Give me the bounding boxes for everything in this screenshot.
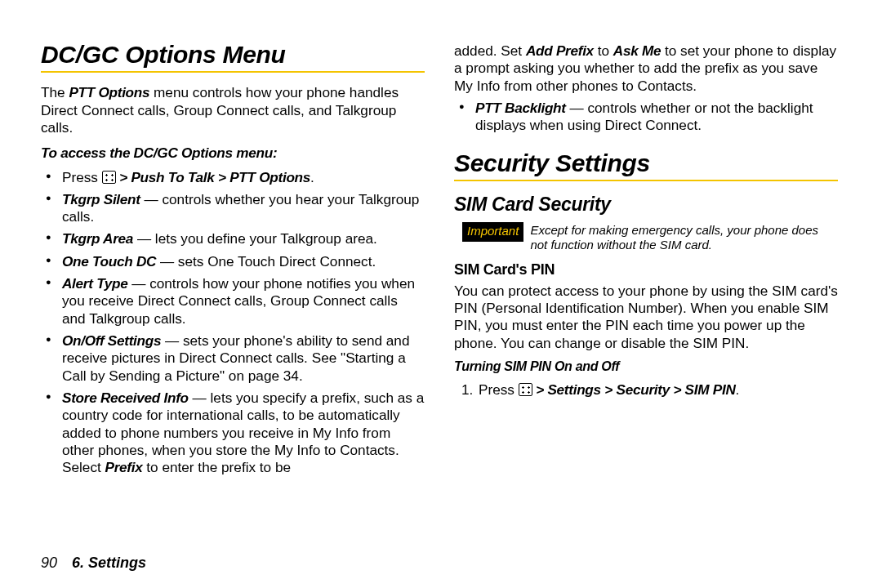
list-item: Alert Type — controls how your phone not… — [41, 275, 425, 327]
apps-key-icon — [519, 383, 532, 396]
heading-dcgc: DC/GC Options Menu — [41, 39, 425, 73]
steps-list: Press > Settings > Security > SIM PIN. — [454, 381, 838, 399]
cont-c: to — [594, 42, 613, 59]
access-heading: To access the DC/GC Options menu: — [41, 145, 425, 162]
list-item: Tkgrp Silent — controls whether you hear… — [41, 191, 425, 226]
list-item-store: Store Received Info — lets you specify a… — [41, 390, 425, 477]
continuation-paragraph: added. Set Add Prefix to Ask Me to set y… — [454, 42, 838, 95]
item-title: Tkgrp Silent — [62, 191, 140, 207]
item-title: Tkgrp Area — [62, 230, 133, 247]
item-title: On/Off Settings — [62, 332, 161, 349]
important-note: Important Except for making emergency ca… — [462, 222, 838, 252]
list-item: One Touch DC — sets One Touch Direct Con… — [41, 253, 425, 270]
ptt-title: PTT Backlight — [475, 100, 566, 116]
cont-addprefix: Add Prefix — [526, 42, 594, 59]
page-number: 90 — [41, 555, 57, 571]
page-footer: 906. Settings — [41, 555, 146, 572]
item-desc-c: to enter the prefix to be — [143, 459, 292, 475]
important-label: Important — [462, 222, 523, 242]
heading-security: Security Settings — [454, 148, 838, 181]
item-title: Alert Type — [62, 275, 127, 292]
item-prefix-word: Prefix — [105, 459, 143, 475]
simpin-paragraph: You can protect access to your phone by … — [454, 283, 838, 352]
cont-a: added. Set — [454, 42, 526, 59]
list-item: On/Off Settings — sets your phone's abil… — [41, 332, 425, 385]
item-desc: — sets One Touch Direct Connect. — [156, 253, 376, 270]
chapter-title: 6. Settings — [72, 555, 146, 571]
item-title: Store Received Info — [62, 390, 189, 406]
press-instruction: Press > Push To Talk > PTT Options. — [41, 169, 425, 186]
turning-heading: Turning SIM PIN On and Off — [454, 359, 838, 375]
list-item: Tkgrp Area — lets you define your Talkgr… — [41, 230, 425, 247]
step-1: Press > Settings > Security > SIM PIN. — [477, 381, 838, 399]
step1-path: > Settings > Security > SIM PIN — [532, 381, 736, 398]
page-body: DC/GC Options Menu The PTT Options menu … — [0, 0, 882, 537]
step1-a: Press — [479, 381, 519, 398]
list-item-ptt: PTT Backlight — controls whether or not … — [454, 100, 838, 135]
options-list: Press > Push To Talk > PTT Options. Tkgr… — [41, 169, 425, 477]
intro-text-a: The — [41, 84, 69, 100]
item-title: One Touch DC — [62, 253, 156, 270]
press-path: > Push To Talk > PTT Options — [116, 169, 310, 185]
apps-key-icon — [102, 171, 116, 184]
intro-paragraph: The PTT Options menu controls how your p… — [41, 84, 425, 136]
intro-ptt-options: PTT Options — [69, 84, 149, 100]
press-text-a: Press — [62, 169, 102, 185]
cont-askme: Ask Me — [613, 42, 661, 59]
step1-c: . — [736, 381, 740, 398]
important-text: Except for making emergency calls, your … — [530, 222, 838, 252]
press-text-c: . — [310, 169, 314, 185]
item-desc: — lets you define your Talkgroup area. — [133, 230, 377, 247]
left-column: DC/GC Options Menu The PTT Options menu … — [41, 39, 425, 537]
right-column: added. Set Add Prefix to Ask Me to set y… — [454, 39, 838, 537]
heading-simpin: SIM Card's PIN — [454, 261, 838, 278]
ptt-list: PTT Backlight — controls whether or not … — [454, 100, 838, 135]
heading-simcard: SIM Card Security — [454, 193, 838, 216]
